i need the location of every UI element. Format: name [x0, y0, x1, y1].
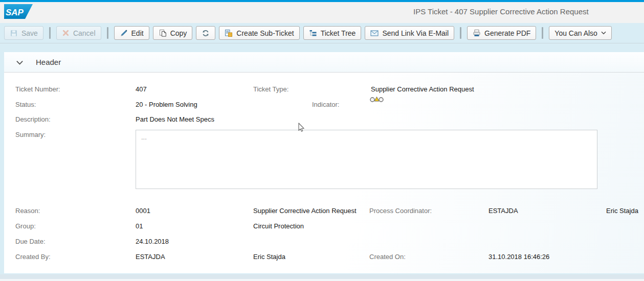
cancel-button[interactable]: Cancel — [56, 26, 101, 40]
bottom-strip — [0, 279, 644, 281]
status-value: 20 - Problem Solving — [136, 101, 197, 108]
created-by-name: Eric Stajda — [253, 253, 285, 261]
description-label: Description: — [15, 115, 51, 123]
ticket-number-label: Ticket Number: — [15, 85, 60, 93]
group-text: Circuit Protection — [253, 222, 304, 230]
process-coordinator-code: ESTAJDA — [488, 207, 518, 215]
process-coordinator-label: Process Coordinator: — [369, 207, 432, 215]
toolbar-separator — [460, 27, 461, 39]
cancel-x-icon — [62, 29, 70, 37]
process-coordinator-name: Eric Stajda — [606, 207, 638, 215]
toolbar-separator — [107, 27, 108, 39]
header-section-toggle[interactable]: Header — [4, 52, 644, 73]
due-date-value: 24.10.2018 — [136, 238, 169, 245]
created-on-label: Created On: — [369, 253, 406, 261]
create-sub-ticket-button[interactable]: Create Sub-Ticket — [219, 26, 299, 40]
copy-button[interactable]: Copy — [153, 26, 193, 40]
email-envelope-icon — [370, 29, 379, 37]
due-date-label: Due Date: — [15, 238, 46, 245]
bottom-band — [0, 274, 644, 279]
generate-pdf-button[interactable]: Generate PDF — [467, 26, 536, 40]
title-bar: SAP IPS Ticket - 407 Supplier Corrective… — [0, 2, 644, 23]
you-can-also-dropdown[interactable]: You Can Also — [549, 26, 612, 40]
description-value: Part Does Not Meet Specs — [136, 115, 214, 123]
reason-code: 0001 — [136, 207, 150, 215]
ticket-type-label: Ticket Type: — [253, 85, 288, 93]
created-by-code: ESTAJDA — [136, 253, 165, 261]
group-code: 01 — [136, 222, 143, 230]
reason-label: Reason: — [15, 207, 40, 215]
refresh-icon — [202, 29, 210, 37]
toolbar-separator — [49, 27, 51, 39]
save-icon — [10, 29, 18, 37]
reason-text: Supplier Corrective Action Request — [253, 207, 357, 215]
toolbar-separator — [542, 27, 543, 39]
ticket-type-value: Supplier Corrective Action Request — [371, 85, 474, 93]
sub-ticket-icon — [225, 29, 233, 37]
created-on-value: 31.10.2018 16:46:26 — [488, 253, 549, 261]
status-label: Status: — [15, 101, 36, 108]
edit-pencil-icon — [120, 29, 128, 37]
edit-button[interactable]: Edit — [114, 26, 149, 40]
sap-logo: SAP — [4, 4, 33, 19]
svg-text:SAP: SAP — [6, 8, 24, 17]
refresh-button[interactable] — [196, 26, 215, 40]
status-indicator-icon — [370, 96, 384, 103]
ticket-tree-button[interactable]: Ticket Tree — [303, 26, 362, 40]
summary-textarea[interactable]: ... — [136, 130, 597, 189]
ticket-tree-icon — [309, 29, 317, 37]
save-button[interactable]: Save — [4, 26, 43, 40]
page-title: IPS Ticket - 407 Supplier Corrective Act… — [413, 7, 589, 16]
send-link-email-button[interactable]: Send Link Via E-Mail — [365, 26, 454, 40]
collapse-chevron-icon — [16, 60, 24, 65]
section-title: Header — [36, 58, 61, 66]
chevron-down-icon — [601, 31, 606, 35]
group-label: Group: — [15, 222, 36, 230]
toolbar: Save Cancel Edit Copy — [0, 23, 644, 43]
indicator-label: Indicator: — [312, 101, 339, 108]
ticket-header-panel: Header Ticket Number: 407 Ticket Type: S… — [4, 52, 644, 273]
ticket-number-value: 407 — [136, 85, 147, 93]
created-by-label: Created By: — [15, 253, 51, 261]
copy-icon — [159, 29, 167, 37]
summary-label: Summary: — [15, 131, 46, 138]
printer-icon — [473, 29, 481, 37]
